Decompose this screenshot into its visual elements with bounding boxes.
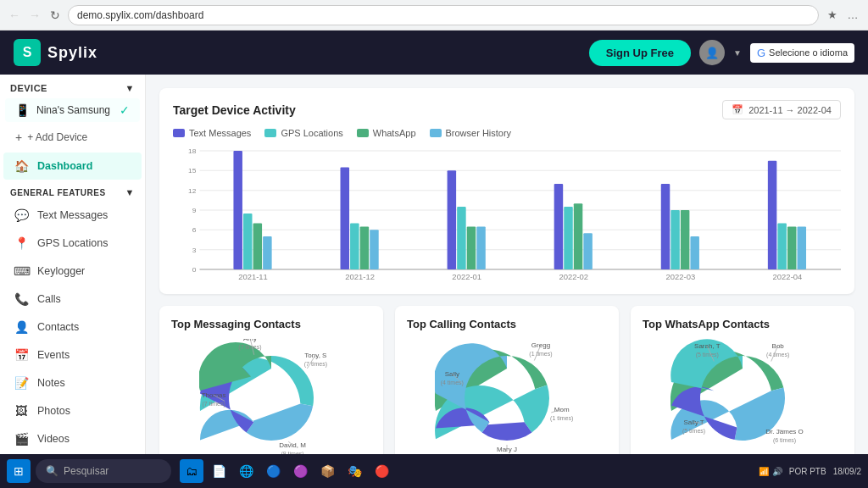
svg-rect-16: [253, 224, 263, 269]
sidebar-item-dashboard[interactable]: 🏠 Dashboard: [3, 152, 142, 180]
legend-item: Text Messages: [173, 128, 251, 138]
taskbar-icon-3[interactable]: 🌐: [234, 459, 258, 483]
windows-icon: ⊞: [14, 464, 24, 478]
nav-icon: 🎬: [14, 432, 29, 446]
svg-text:(5 times): (5 times): [696, 352, 719, 358]
add-device-button[interactable]: + + Add Device: [5, 125, 140, 149]
volume-icon: 🔊: [772, 467, 782, 476]
content-area: Target Device Activity 📅 2021-11 → 2022-…: [146, 75, 868, 454]
more-icon[interactable]: …: [844, 7, 861, 24]
svg-rect-26: [467, 226, 476, 269]
date-range-text: 2021-11 → 2022-04: [748, 105, 832, 115]
taskbar-icon-7[interactable]: 🎭: [342, 459, 366, 483]
google-lang[interactable]: G Selecione o idioma: [750, 43, 854, 63]
sidebar-item-keylogger[interactable]: ⌨Keylogger: [3, 258, 142, 285]
nav-label: GPS Locations: [37, 237, 108, 249]
browser-bar: ← → ↻ demo.spylix.com/dashboard ★ …: [0, 0, 868, 30]
sidebar: DEVICE ▼ 📱 Nina's Samsung ✓ + + Add Devi…: [0, 75, 146, 454]
svg-text:(6 times): (6 times): [773, 437, 796, 444]
taskbar-icon-8[interactable]: 🔴: [370, 459, 393, 483]
taskbar-icon-6[interactable]: 📦: [315, 459, 339, 483]
nav-icon: ⌨: [14, 264, 29, 278]
taskbar-icon-2[interactable]: 📄: [207, 459, 231, 483]
sidebar-item-contacts[interactable]: 👤Contacts: [3, 313, 142, 341]
nav-label: Videos: [37, 433, 70, 445]
legend-label: GPS Locations: [281, 128, 342, 138]
dashboard-label: Dashboard: [37, 160, 92, 172]
taskbar-right: 📶 🔊 POR PTB 18/09/2: [759, 467, 861, 476]
back-button[interactable]: ←: [7, 8, 22, 23]
nav-label: Photos: [37, 405, 70, 417]
svg-text:(7 times): (7 times): [238, 344, 261, 351]
svg-rect-21: [360, 226, 370, 269]
refresh-button[interactable]: ↻: [47, 8, 63, 23]
donut-container: Bob(4 times)Dr. James O(6 times)Sally T(…: [643, 339, 843, 454]
legend-dot: [430, 129, 442, 137]
svg-rect-30: [564, 207, 573, 269]
svg-text:(1 times): (1 times): [550, 415, 573, 422]
add-device-label: + Add Device: [27, 131, 87, 143]
svg-rect-39: [768, 161, 777, 269]
start-button[interactable]: ⊞: [7, 459, 31, 483]
sys-icons: 📶 🔊: [759, 467, 782, 476]
chart-header: Target Device Activity 📅 2021-11 → 2022-…: [173, 100, 841, 119]
date-range[interactable]: 📅 2021-11 → 2022-04: [722, 100, 841, 119]
taskbar-icon-4[interactable]: 🔵: [261, 459, 285, 483]
svg-text:2021-12: 2021-12: [345, 273, 375, 281]
sidebar-item-notes[interactable]: 📝Notes: [3, 369, 142, 396]
svg-text:2022-03: 2022-03: [666, 273, 696, 281]
svg-rect-22: [370, 230, 379, 269]
sidebar-item-calls[interactable]: 📞Calls: [3, 286, 142, 313]
app-header: S Spylix Sign Up Free 👤 ▼ G Selecione o …: [0, 30, 868, 75]
logo-icon: S: [14, 39, 41, 66]
nav-label: Notes: [37, 377, 65, 389]
taskbar-icon-5[interactable]: 🟣: [288, 459, 312, 483]
calendar-icon: 📅: [732, 104, 743, 115]
device-item[interactable]: 📱 Nina's Samsung ✓: [5, 98, 140, 122]
lang-indicator: POR PTB: [789, 467, 826, 476]
svg-rect-24: [448, 170, 457, 269]
chevron-down-icon: ▼: [125, 83, 135, 93]
svg-rect-32: [583, 233, 593, 269]
features-section-header: GENERAL FEATURES ▼: [0, 180, 145, 201]
svg-text:(4 times): (4 times): [766, 352, 789, 358]
svg-rect-31: [574, 203, 583, 269]
clock: 18/09/2: [833, 467, 861, 476]
svg-text:(1 times): (1 times): [529, 351, 552, 358]
forward-button[interactable]: →: [27, 8, 42, 23]
activity-chart-card: Target Device Activity 📅 2021-11 → 2022-…: [159, 88, 854, 294]
donut-title: Top WhatsApp Contacts: [643, 318, 843, 330]
svg-rect-35: [670, 210, 680, 269]
svg-text:15: 15: [188, 168, 197, 175]
legend-item: GPS Locations: [264, 128, 342, 138]
nav-icon: 💬: [14, 208, 29, 222]
svg-rect-15: [243, 214, 253, 269]
sidebar-item-events[interactable]: 📅Events: [3, 341, 142, 369]
chevron-down-icon: ▼: [125, 187, 135, 197]
sidebar-item-text-messages[interactable]: 💬Text Messages: [3, 202, 142, 229]
svg-text:9: 9: [192, 207, 197, 214]
svg-rect-36: [681, 210, 690, 269]
bar-chart: 18151296302021-112021-122022-012022-0220…: [173, 147, 841, 282]
browser-icons: ★ …: [824, 7, 861, 24]
taskbar-icon-1[interactable]: 🗂: [180, 459, 203, 483]
nav-items: 💬Text Messages📍GPS Locations⌨Keylogger📞C…: [0, 202, 145, 454]
taskbar-app-icons: 🗂 📄 🌐 🔵 🟣 📦 🎭 🔴: [180, 459, 393, 483]
sidebar-item-photos[interactable]: 🖼Photos: [3, 397, 142, 424]
donut-card: Top Calling ContactsGregg(1 times)Mom(1 …: [395, 306, 619, 454]
sidebar-item-videos[interactable]: 🎬Videos: [3, 425, 142, 452]
avatar-button[interactable]: 👤: [699, 40, 725, 65]
sidebar-item-gps-locations[interactable]: 📍GPS Locations: [3, 230, 142, 257]
bookmark-icon[interactable]: ★: [824, 7, 841, 24]
url-bar[interactable]: demo.spylix.com/dashboard: [68, 5, 819, 25]
signup-button[interactable]: Sign Up Free: [589, 40, 691, 66]
svg-text:12: 12: [188, 187, 197, 195]
svg-text:David, M: David, M: [279, 441, 306, 449]
svg-text:2021-11: 2021-11: [238, 273, 268, 281]
svg-rect-20: [350, 224, 359, 269]
svg-text:Amy: Amy: [243, 339, 257, 342]
taskbar-search[interactable]: 🔍 Pesquisar: [36, 459, 171, 483]
bottom-cards: Top Messaging ContactsTony, S(7 times)Da…: [159, 306, 854, 454]
chevron-down-icon: ▼: [733, 48, 742, 58]
svg-rect-25: [457, 207, 466, 269]
